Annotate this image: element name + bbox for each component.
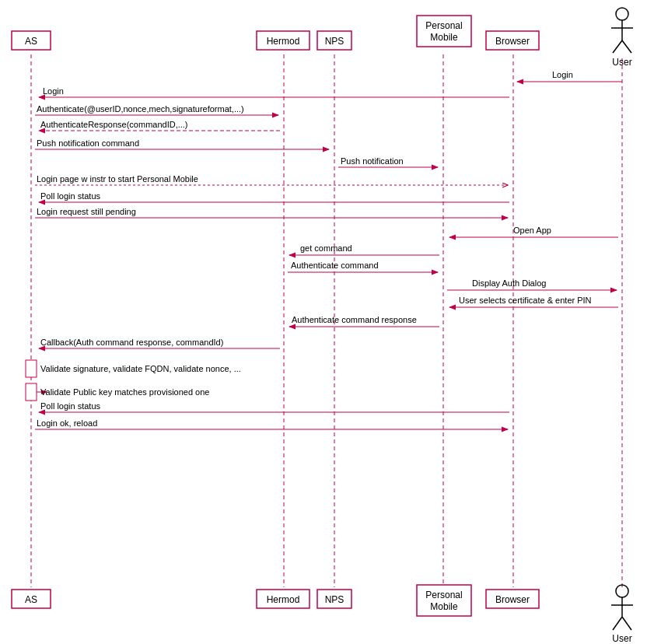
svg-text:Mobile: Mobile [430,32,458,43]
svg-point-58 [616,8,628,20]
svg-text:Browser: Browser [495,36,530,47]
svg-text:Login ok, reload: Login ok, reload [37,418,97,428]
svg-text:User: User [612,57,631,68]
svg-text:NPS: NPS [325,594,344,605]
svg-text:Callback(Auth command response: Callback(Auth command response, commandI… [40,338,223,347]
svg-text:Validate Public key matches pr: Validate Public key matches provisioned … [40,387,209,397]
svg-text:Login: Login [43,86,64,96]
svg-text:AS: AS [25,594,37,605]
svg-text:Authenticate command: Authenticate command [291,261,379,270]
svg-text:get command: get command [300,243,352,253]
svg-text:Display Auth Dialog: Display Auth Dialog [472,278,546,288]
svg-text:Poll login status: Poll login status [40,191,101,201]
svg-line-61 [613,40,622,53]
svg-text:Push notification: Push notification [341,156,404,166]
svg-line-78 [613,617,622,630]
svg-text:Login: Login [552,70,573,79]
svg-text:Push notification command: Push notification command [37,138,139,148]
svg-line-62 [622,40,631,53]
svg-text:Browser: Browser [495,594,530,605]
svg-text:AS: AS [25,36,37,47]
svg-text:Personal: Personal [425,20,462,31]
svg-text:Mobile: Mobile [430,601,458,612]
svg-text:Authenticate command response: Authenticate command response [292,315,417,324]
svg-text:Hermod: Hermod [267,594,300,605]
svg-line-79 [622,617,631,630]
svg-text:Login page w instr to start Pe: Login page w instr to start Personal Mob… [37,174,198,184]
svg-text:Poll login status: Poll login status [40,401,101,411]
svg-text:Authenticate(@userID,nonce,mec: Authenticate(@userID,nonce,mech,signatur… [37,104,244,114]
svg-text:Validate signature, validate F: Validate signature, validate FQDN, valid… [40,364,241,373]
svg-text:NPS: NPS [325,36,344,47]
svg-rect-38 [26,360,37,377]
svg-text:Open App: Open App [513,226,551,235]
svg-text:User: User [612,633,631,644]
svg-text:AuthenticateResponse(commandID: AuthenticateResponse(commandID,...) [40,120,188,129]
svg-text:User selects certificate & ent: User selects certificate & enter PIN [459,296,592,305]
svg-text:Hermod: Hermod [267,36,300,47]
sequence-diagram: Login Login Authenticate(@userID,nonce,m… [0,0,647,644]
svg-rect-40 [26,383,37,401]
svg-text:Login request still pending: Login request still pending [37,207,136,216]
svg-text:Personal: Personal [425,590,462,600]
